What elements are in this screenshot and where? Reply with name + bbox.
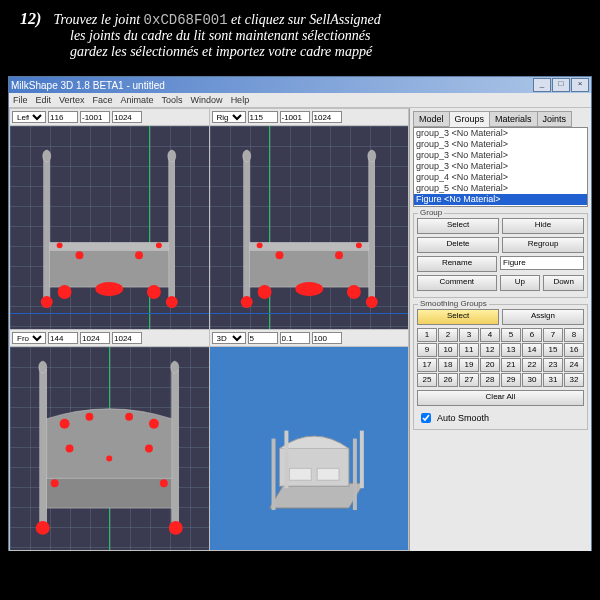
rename-input[interactable]: Figure [500,256,584,270]
titlebar[interactable]: MilkShape 3D 1.8 BETA1 - untitled _ □ × [9,77,591,93]
vp-field-b[interactable] [280,111,310,123]
sg-btn-29[interactable]: 29 [501,373,521,387]
sg-btn-15[interactable]: 15 [543,343,563,357]
sg-btn-27[interactable]: 27 [459,373,479,387]
sg-btn-18[interactable]: 18 [438,358,458,372]
vp-field-b[interactable] [80,111,110,123]
vp-field-a[interactable] [48,332,78,344]
sg-btn-23[interactable]: 23 [543,358,563,372]
menu-help[interactable]: Help [231,95,250,105]
sg-btn-12[interactable]: 12 [480,343,500,357]
svg-rect-49 [317,468,339,480]
instruction-line-1b: et cliquez sur SellAssigned [228,12,381,27]
list-item-selected[interactable]: Figure <No Material> [414,194,587,205]
auto-smooth-checkbox[interactable] [421,413,431,423]
list-item[interactable]: group_3 <No Material> [414,161,587,172]
menu-file[interactable]: File [13,95,28,105]
maximize-button[interactable]: □ [552,78,570,92]
sg-btn-26[interactable]: 26 [438,373,458,387]
list-item[interactable]: group_3 <No Material> [414,150,587,161]
sg-btn-8[interactable]: 8 [564,328,584,342]
menu-edit[interactable]: Edit [36,95,52,105]
vp-field-c[interactable] [312,332,342,344]
svg-rect-15 [243,158,249,307]
sg-btn-14[interactable]: 14 [522,343,542,357]
sg-clear-button[interactable]: Clear All [417,390,584,406]
svg-point-40 [125,413,133,421]
tab-joints[interactable]: Joints [537,111,573,127]
sg-btn-25[interactable]: 25 [417,373,437,387]
down-button[interactable]: Down [543,275,584,291]
menu-animate[interactable]: Animate [121,95,154,105]
vp-field-a[interactable] [248,111,278,123]
regroup-button[interactable]: Regroup [502,237,584,253]
vp-field-c[interactable] [312,111,342,123]
vp-field-b[interactable] [280,332,310,344]
sg-btn-13[interactable]: 13 [501,343,521,357]
sg-btn-17[interactable]: 17 [417,358,437,372]
sg-btn-22[interactable]: 22 [522,358,542,372]
viewport-mode-select[interactable]: Right [212,111,246,123]
vp-field-a[interactable] [48,111,78,123]
menu-tools[interactable]: Tools [162,95,183,105]
sg-btn-10[interactable]: 10 [438,343,458,357]
comment-button[interactable]: Comment [417,275,497,291]
menu-face[interactable]: Face [93,95,113,105]
vp-field-c[interactable] [112,332,142,344]
sg-btn-31[interactable]: 31 [543,373,563,387]
svg-point-3 [168,150,176,162]
sg-btn-4[interactable]: 4 [480,328,500,342]
viewport-mode-select[interactable]: 3D [212,332,246,344]
svg-point-17 [242,150,250,162]
select-button[interactable]: Select [417,218,499,234]
tab-groups[interactable]: Groups [449,111,491,127]
vp-field-c[interactable] [112,111,142,123]
close-button[interactable]: × [571,78,589,92]
list-item[interactable]: group_3 <No Material> [414,128,587,139]
sg-btn-24[interactable]: 24 [564,358,584,372]
sg-btn-7[interactable]: 7 [543,328,563,342]
viewport-3d[interactable] [210,347,409,550]
list-item[interactable]: group_5 <No Material> [414,183,587,194]
viewport-right[interactable] [210,126,409,329]
sg-btn-6[interactable]: 6 [522,328,542,342]
sg-btn-3[interactable]: 3 [459,328,479,342]
viewport-left[interactable] [10,126,209,329]
sg-btn-20[interactable]: 20 [480,358,500,372]
sg-btn-5[interactable]: 5 [501,328,521,342]
sg-btn-2[interactable]: 2 [438,328,458,342]
up-button[interactable]: Up [500,275,541,291]
sg-btn-32[interactable]: 32 [564,373,584,387]
minimize-button[interactable]: _ [533,78,551,92]
list-item[interactable]: group_3 <No Material> [414,139,587,150]
group-section: Group Select Hide Delete Regroup Rename … [413,213,588,298]
sg-btn-1[interactable]: 1 [417,328,437,342]
sg-assign-button[interactable]: Assign [502,309,584,325]
viewport-mode-select[interactable]: Left [12,111,46,123]
vp-field-a[interactable] [248,332,278,344]
viewport-mode-select[interactable]: Front [12,332,46,344]
viewport-front[interactable] [10,347,209,550]
menu-vertex[interactable]: Vertex [59,95,85,105]
sg-btn-28[interactable]: 28 [480,373,500,387]
svg-point-6 [58,285,72,299]
sg-btn-21[interactable]: 21 [501,358,521,372]
rename-button[interactable]: Rename [417,256,497,272]
sg-btn-19[interactable]: 19 [459,358,479,372]
hide-button[interactable]: Hide [502,218,584,234]
sg-btn-30[interactable]: 30 [522,373,542,387]
tab-materials[interactable]: Materials [489,111,538,127]
sg-btn-16[interactable]: 16 [564,343,584,357]
list-item[interactable]: group_4 <No Material> [414,172,587,183]
groups-listbox[interactable]: group_3 <No Material> group_3 <No Materi… [413,127,588,207]
vp-field-b[interactable] [80,332,110,344]
tab-model[interactable]: Model [413,111,450,127]
svg-point-37 [60,419,70,429]
svg-point-14 [156,242,162,248]
viewports-grid: Left Right [9,108,409,551]
sg-btn-11[interactable]: 11 [459,343,479,357]
sg-btn-9[interactable]: 9 [417,343,437,357]
sg-select-button[interactable]: Select [417,309,499,325]
menu-window[interactable]: Window [191,95,223,105]
delete-button[interactable]: Delete [417,237,499,253]
